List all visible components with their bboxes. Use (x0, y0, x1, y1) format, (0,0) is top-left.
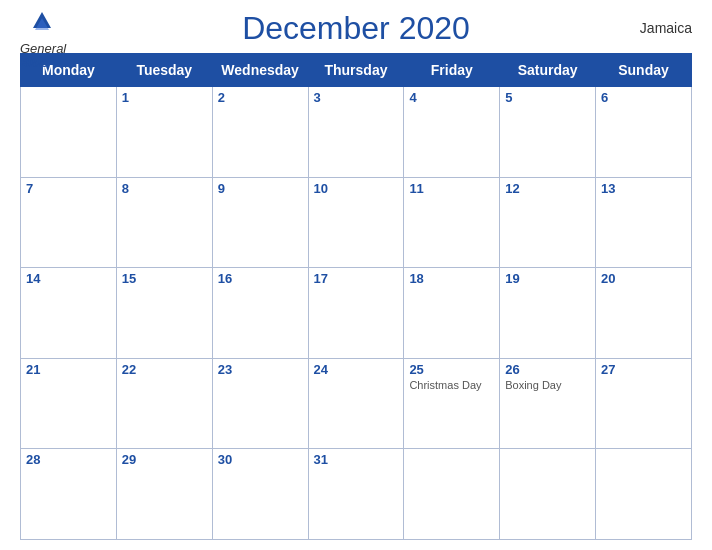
logo-blue-text: Blue (20, 56, 66, 70)
logo-general-text: General (20, 42, 66, 56)
logo-text: General Blue (20, 42, 66, 71)
day-number: 7 (26, 181, 111, 196)
day-number: 27 (601, 362, 686, 377)
day-number: 13 (601, 181, 686, 196)
country-label: Jamaica (640, 20, 692, 36)
calendar-day: 29 (116, 449, 212, 540)
day-number: 10 (314, 181, 399, 196)
weekday-header-tuesday: Tuesday (116, 54, 212, 87)
day-number: 24 (314, 362, 399, 377)
day-number: 21 (26, 362, 111, 377)
day-number: 16 (218, 271, 303, 286)
day-number: 17 (314, 271, 399, 286)
calendar-week-4: 2122232425Christmas Day26Boxing Day27 (21, 358, 692, 449)
calendar-day: 6 (596, 87, 692, 178)
calendar-week-5: 28293031 (21, 449, 692, 540)
day-number: 4 (409, 90, 494, 105)
calendar-day: 23 (212, 358, 308, 449)
holiday-label: Christmas Day (409, 379, 494, 391)
calendar-day: 4 (404, 87, 500, 178)
calendar-day: 2 (212, 87, 308, 178)
calendar-day: 3 (308, 87, 404, 178)
day-number: 28 (26, 452, 111, 467)
calendar-day: 9 (212, 177, 308, 268)
calendar-table: MondayTuesdayWednesdayThursdayFridaySatu… (20, 53, 692, 540)
calendar-week-1: 123456 (21, 87, 692, 178)
calendar-day: 24 (308, 358, 404, 449)
calendar-day: 22 (116, 358, 212, 449)
calendar-day: 14 (21, 268, 117, 359)
calendar-day: 27 (596, 358, 692, 449)
weekday-header-sunday: Sunday (596, 54, 692, 87)
day-number: 30 (218, 452, 303, 467)
weekday-header-wednesday: Wednesday (212, 54, 308, 87)
calendar-day: 1 (116, 87, 212, 178)
calendar-day: 10 (308, 177, 404, 268)
weekday-header-thursday: Thursday (308, 54, 404, 87)
calendar-day: 7 (21, 177, 117, 268)
calendar-day (596, 449, 692, 540)
calendar-day: 30 (212, 449, 308, 540)
calendar-day: 16 (212, 268, 308, 359)
month-title: December 2020 (242, 10, 470, 47)
calendar-header-row: MondayTuesdayWednesdayThursdayFridaySatu… (21, 54, 692, 87)
calendar-header: General Blue December 2020 Jamaica (20, 10, 692, 47)
logo: General Blue (20, 10, 66, 71)
day-number: 26 (505, 362, 590, 377)
calendar-day (500, 449, 596, 540)
weekday-header-saturday: Saturday (500, 54, 596, 87)
calendar-week-2: 78910111213 (21, 177, 692, 268)
calendar-body: 1234567891011121314151617181920212223242… (21, 87, 692, 540)
calendar-day: 20 (596, 268, 692, 359)
day-number: 31 (314, 452, 399, 467)
calendar-day: 31 (308, 449, 404, 540)
day-number: 1 (122, 90, 207, 105)
calendar-day: 15 (116, 268, 212, 359)
calendar-day: 18 (404, 268, 500, 359)
day-number: 15 (122, 271, 207, 286)
day-number: 6 (601, 90, 686, 105)
day-number: 2 (218, 90, 303, 105)
calendar-day: 19 (500, 268, 596, 359)
calendar-day: 11 (404, 177, 500, 268)
logo-icon (31, 10, 53, 40)
calendar-day: 26Boxing Day (500, 358, 596, 449)
calendar-day: 25Christmas Day (404, 358, 500, 449)
calendar-week-3: 14151617181920 (21, 268, 692, 359)
calendar-day (21, 87, 117, 178)
weekday-header-friday: Friday (404, 54, 500, 87)
day-number: 22 (122, 362, 207, 377)
day-number: 20 (601, 271, 686, 286)
day-number: 29 (122, 452, 207, 467)
day-number: 5 (505, 90, 590, 105)
day-number: 18 (409, 271, 494, 286)
day-number: 25 (409, 362, 494, 377)
day-number: 9 (218, 181, 303, 196)
calendar-day: 5 (500, 87, 596, 178)
day-number: 11 (409, 181, 494, 196)
day-number: 23 (218, 362, 303, 377)
day-number: 19 (505, 271, 590, 286)
day-number: 12 (505, 181, 590, 196)
day-number: 14 (26, 271, 111, 286)
calendar-day: 13 (596, 177, 692, 268)
day-number: 3 (314, 90, 399, 105)
holiday-label: Boxing Day (505, 379, 590, 391)
calendar-day: 12 (500, 177, 596, 268)
calendar-day: 21 (21, 358, 117, 449)
weekday-row: MondayTuesdayWednesdayThursdayFridaySatu… (21, 54, 692, 87)
calendar-day: 28 (21, 449, 117, 540)
day-number: 8 (122, 181, 207, 196)
calendar-day: 8 (116, 177, 212, 268)
calendar-day: 17 (308, 268, 404, 359)
calendar-day (404, 449, 500, 540)
